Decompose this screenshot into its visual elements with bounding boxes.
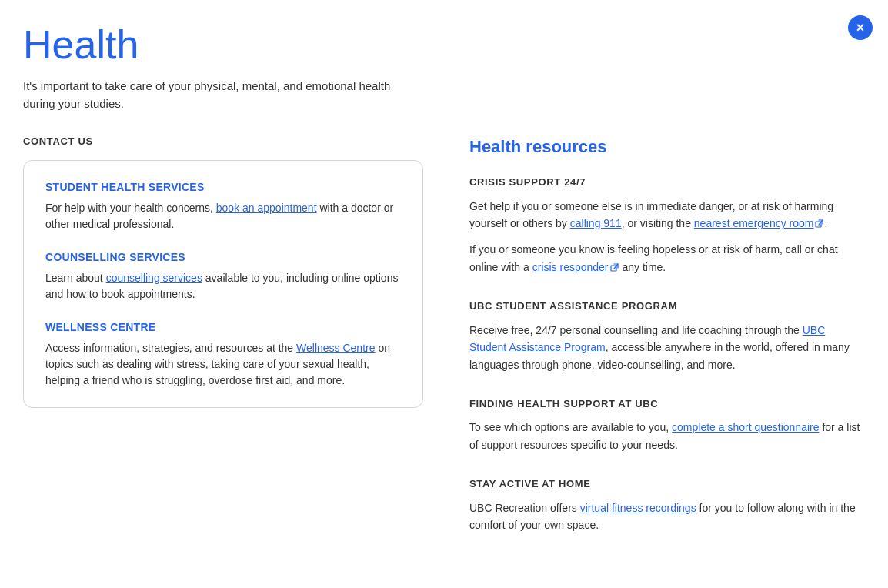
counselling-text: Learn about counselling services availab… [45, 270, 401, 302]
crisis-responder-link[interactable]: crisis responder [532, 261, 609, 273]
stay-active-title: STAY ACTIVE AT HOME [469, 476, 865, 492]
counselling-text-before: Learn about [45, 272, 106, 284]
page-subtitle: It's important to take care of your phys… [23, 78, 423, 112]
crisis-support-text-2: If you or someone you know is feeling ho… [469, 241, 865, 276]
crisis-text-middle: , or visiting the [622, 217, 694, 229]
finding-health-text: To see which options are available to yo… [469, 419, 865, 453]
two-column-layout: CONTACT US STUDENT HEALTH SERVICES For h… [23, 134, 865, 556]
stay-active-section: STAY ACTIVE AT HOME UBC Recreation offer… [469, 476, 865, 533]
counselling-services-link[interactable]: counselling services [106, 272, 202, 284]
crisis-text2-after: any time. [619, 261, 666, 273]
student-health-text: For help with your health concerns, book… [45, 200, 401, 232]
close-button[interactable]: × [848, 15, 873, 40]
calling-911-link[interactable]: calling 911 [570, 217, 622, 229]
ubc-sap-text: Receive free, 24/7 personal counselling … [469, 322, 865, 373]
crisis-support-section: CRISIS SUPPORT 24/7 Get help if you or s… [469, 175, 865, 276]
wellness-text: Access information, strategies, and reso… [45, 340, 401, 389]
contact-card: STUDENT HEALTH SERVICES For help with yo… [23, 160, 423, 408]
stay-active-text-before: UBC Recreation offers [469, 502, 580, 514]
wellness-title: WELLNESS CENTRE [45, 319, 401, 336]
student-health-text-before: For help with your health concerns, [45, 202, 216, 214]
page-title: Health [23, 23, 865, 67]
finding-health-title: FINDING HEALTH SUPPORT AT UBC [469, 396, 865, 412]
counselling-section: COUNSELLING SERVICES Learn about counsel… [45, 249, 401, 302]
questionnaire-link[interactable]: complete a short questionnaire [672, 421, 819, 433]
wellness-text-before: Access information, strategies, and reso… [45, 342, 296, 354]
counselling-title: COUNSELLING SERVICES [45, 249, 401, 266]
wellness-section: WELLNESS CENTRE Access information, stra… [45, 319, 401, 389]
wellness-centre-link[interactable]: Wellness Centre [296, 342, 375, 354]
crisis-support-title: CRISIS SUPPORT 24/7 [469, 175, 865, 190]
contact-us-label: CONTACT US [23, 134, 423, 149]
book-appointment-link[interactable]: book an appointment [216, 202, 317, 214]
student-health-section: STUDENT HEALTH SERVICES For help with yo… [45, 179, 401, 232]
stay-active-text: UBC Recreation offers virtual fitness re… [469, 499, 865, 534]
page-container: × Health It's important to take care of … [0, 0, 888, 587]
crisis-support-text-1: Get help if you or someone else is in im… [469, 198, 865, 232]
nearest-emergency-room-link[interactable]: nearest emergency room [694, 217, 814, 229]
finding-health-text-before: To see which options are available to yo… [469, 421, 672, 433]
ubc-sap-title: UBC STUDENT ASSISTANCE PROGRAM [469, 299, 865, 314]
right-column: Health resources CRISIS SUPPORT 24/7 Get… [469, 134, 865, 556]
virtual-fitness-link[interactable]: virtual fitness recordings [580, 502, 696, 514]
left-column: CONTACT US STUDENT HEALTH SERVICES For h… [23, 134, 423, 408]
ubc-sap-text-before: Receive free, 24/7 personal counselling … [469, 324, 803, 336]
crisis-text-after: . [824, 217, 827, 229]
resources-title: Health resources [469, 134, 865, 159]
student-health-title: STUDENT HEALTH SERVICES [45, 179, 401, 195]
external-link-icon-2 [610, 263, 619, 272]
finding-health-section: FINDING HEALTH SUPPORT AT UBC To see whi… [469, 396, 865, 453]
external-link-icon [815, 219, 824, 229]
ubc-sap-section: UBC STUDENT ASSISTANCE PROGRAM Receive f… [469, 299, 865, 373]
